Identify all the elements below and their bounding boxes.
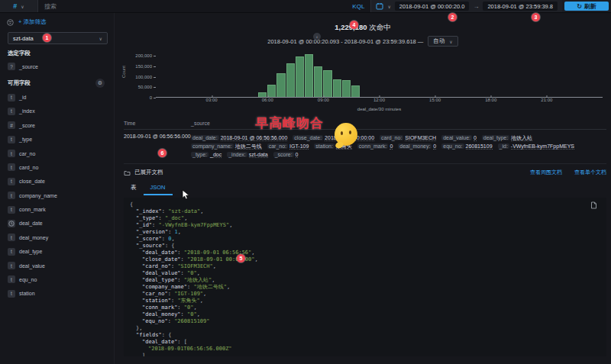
field-item-card_no[interactable]: tcard_no — [0, 160, 114, 174]
mouse-cursor — [182, 189, 190, 200]
field-name: car_no — [19, 151, 35, 156]
field-item-car_no[interactable]: tcar_no — [0, 147, 114, 160]
field-key: deal_type: — [482, 135, 509, 140]
field-item-_source[interactable]: ?_source — [0, 60, 114, 73]
string-field-icon: t — [8, 290, 15, 298]
calendar-icon[interactable] — [376, 2, 383, 10]
field-item-_type[interactable]: t_type — [0, 133, 114, 147]
field-item-deal_money[interactable]: tdeal_money — [0, 230, 114, 244]
index-pattern-select[interactable]: szt-data ∨ — [8, 32, 108, 44]
expanded-doc-icon — [124, 169, 131, 176]
refresh-button[interactable]: ↻ 刷新 — [564, 2, 609, 11]
histogram-bar[interactable] — [351, 85, 360, 97]
field-item-conn_mark[interactable]: tconn_mark — [0, 202, 114, 216]
source-field-pair[interactable]: conn_mark: 0 — [357, 142, 393, 150]
field-key: deal_value: — [441, 135, 472, 140]
string-field-icon: t — [8, 206, 15, 214]
expanded-document-section: 已展开文档 查看周围文档 查看单个文档 表 JSON {"_index": "s… — [124, 169, 606, 356]
time-column-header[interactable]: Time — [124, 121, 191, 126]
view-surrounding-docs-link[interactable]: 查看周围文档 — [530, 169, 562, 176]
source-field-pair[interactable]: deal_money: 0 — [398, 142, 436, 150]
x-axis-tick: 15:00 — [429, 98, 441, 102]
tab-json[interactable]: JSON — [144, 182, 173, 195]
field-item-station[interactable]: tstation — [0, 287, 114, 301]
thinking-emoji — [335, 123, 357, 148]
x-axis-tick: 03:00 — [206, 98, 218, 102]
source-field-pair[interactable]: _index: szt-data — [227, 150, 267, 159]
field-name: _source — [19, 64, 38, 69]
search-input[interactable] — [38, 0, 346, 12]
source-field-pair[interactable]: car_no: IGT-109 — [267, 142, 309, 150]
tab-table[interactable]: 表 — [124, 182, 144, 195]
histogram-bar[interactable] — [276, 73, 285, 97]
field-name: conn_mark — [19, 207, 46, 212]
histogram-bar[interactable] — [305, 54, 313, 97]
field-value: _doc — [210, 152, 221, 158]
source-field-pair[interactable]: card_no: SIOFM3ECH — [380, 134, 436, 142]
histogram-plot: 200,000150,000100,00050,0000 — [156, 52, 603, 98]
field-item-company_name[interactable]: tcompany_name — [0, 188, 114, 202]
source-field-pair[interactable]: deal_type: 地铁入站 — [482, 134, 532, 142]
kql-toggle[interactable]: KQL — [346, 0, 370, 12]
field-name: _id — [19, 95, 26, 100]
source-field-pair[interactable]: equ_no: 260815109 — [441, 142, 492, 150]
field-item-deal_date[interactable]: deal_date — [0, 217, 114, 230]
source-field-pair[interactable]: deal_date: 2018-09-01 @ 06:56:56.000 — [191, 134, 287, 142]
histogram-bar[interactable] — [296, 56, 304, 97]
source-field-pair[interactable]: _type: _doc — [191, 150, 221, 159]
source-field-pair[interactable]: close_date: 2018-09-01 00:00:00 — [293, 134, 374, 142]
field-name: deal_date — [19, 221, 43, 226]
field-settings-button[interactable]: ⚙ — [95, 79, 105, 88]
annotation-badge-5: 5 — [237, 254, 245, 263]
copy-icon[interactable] — [590, 201, 597, 209]
field-item-_index[interactable]: t_index — [0, 105, 114, 118]
field-name: equ_no — [19, 277, 37, 282]
string-field-icon: t — [8, 150, 15, 157]
string-field-icon: t — [8, 136, 15, 143]
field-name: _type — [19, 137, 32, 142]
histogram-bar[interactable] — [333, 79, 341, 97]
histogram-bar[interactable] — [286, 63, 295, 97]
view-single-doc-link[interactable]: 查看单个文档 — [574, 169, 606, 176]
x-axis-tick: 18:00 — [485, 98, 496, 102]
string-field-icon: t — [8, 275, 15, 283]
field-value: IGT-109 — [289, 143, 309, 150]
field-item-deal_type[interactable]: tdeal_type — [0, 245, 114, 259]
query-menu-button[interactable]: # ∨ — [0, 0, 38, 12]
discover-sidebar: + 添加筛选 szt-data ∨ 选定字段 ?_source 可用字段 ⚙ t… — [0, 13, 115, 364]
source-field-pair[interactable]: _id: -VWyfnEB-kym7FppMEYS — [498, 142, 574, 150]
collapse-toggle-button[interactable]: ‹ — [313, 33, 321, 40]
histogram-bar[interactable] — [267, 85, 276, 97]
field-item-close_date[interactable]: tclose_date — [0, 175, 114, 188]
field-item-equ_no[interactable]: tequ_no — [0, 272, 114, 286]
interval-select[interactable]: 自动 ∨ — [428, 36, 457, 47]
string-field-icon: t — [8, 234, 15, 241]
field-item-_score[interactable]: #_score — [0, 118, 114, 132]
document-row[interactable]: 2018-09-01 @ 06:56:56.000 deal_date: 201… — [124, 130, 606, 164]
available-fields-title: 可用字段 ⚙ — [8, 79, 105, 88]
field-item-_id[interactable]: t_id — [0, 90, 114, 104]
field-key: conn_mark: — [357, 143, 389, 149]
field-value: 0 — [474, 135, 477, 141]
time-range-label: 2018-09-01 @ 00:00:20.093 - 2018-09-01 @… — [267, 38, 423, 45]
string-field-icon: t — [8, 163, 15, 171]
add-filter-button[interactable]: + 添加筛选 — [18, 18, 46, 26]
chevron-down-icon[interactable]: ∨ — [387, 4, 390, 9]
source-field-pair[interactable]: deal_value: 0 — [441, 134, 477, 142]
histogram-bar[interactable] — [258, 92, 267, 97]
field-value: 260815109 — [466, 143, 493, 150]
field-name: _index — [19, 108, 35, 114]
field-name: deal_type — [19, 249, 42, 254]
field-key: equ_no: — [441, 143, 464, 149]
source-field-pair[interactable]: _score: 0 — [273, 150, 299, 159]
source-field-pair[interactable]: company_name: 地铁二号线 — [191, 142, 262, 150]
field-key: car_no: — [267, 143, 288, 149]
field-value: 地铁二号线 — [235, 143, 262, 150]
histogram-bar[interactable] — [342, 80, 351, 97]
histogram-bar[interactable] — [323, 70, 331, 97]
end-date-button[interactable]: 2018-09-01 @ 23:59:39.8 — [483, 2, 558, 11]
histogram-bar[interactable] — [314, 66, 322, 97]
field-item-deal_value[interactable]: tdeal_value — [0, 259, 114, 272]
chevron-down-icon: ∨ — [21, 4, 24, 9]
start-date-button[interactable]: 2018-09-01 @ 00:00:20.0 — [395, 2, 470, 11]
